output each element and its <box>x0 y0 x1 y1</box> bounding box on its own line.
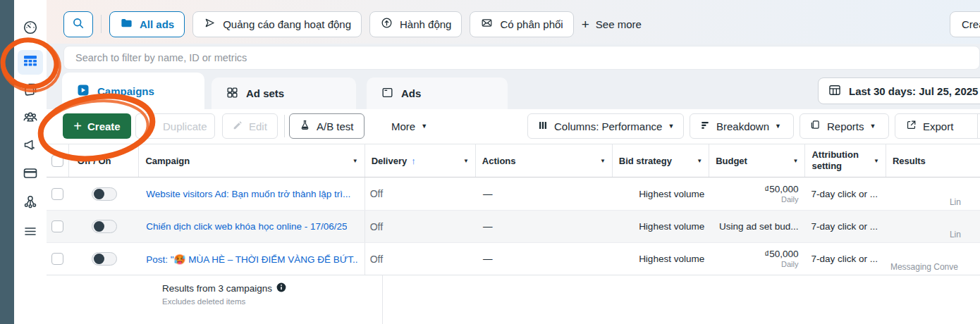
sort-caret-icon[interactable]: ▼ <box>793 158 799 164</box>
col-campaign[interactable]: Campaign ▼ <box>139 144 365 177</box>
col-label: Actions <box>482 156 516 166</box>
toolbar-divider <box>101 15 102 33</box>
results-summary: Results from 3 campaigns <box>162 282 286 294</box>
campaign-link[interactable]: Post: "🥵 MÙA HÈ – THỜI ĐIỂM VÀNG ĐỂ BỨT.… <box>146 254 357 265</box>
sidebar-item-advertise[interactable] <box>21 137 39 156</box>
col-off-on: Off / On <box>69 144 140 177</box>
campaign-cell: Post: "🥵 MÙA HÈ – THỜI ĐIỂM VÀNG ĐỂ BỨT.… <box>139 243 365 275</box>
filter-had-delivery[interactable]: Có phân phối <box>470 11 573 37</box>
menu-hamburger-icon <box>22 223 39 242</box>
filter-label: All ads <box>140 18 174 30</box>
chevron-down-icon: ▼ <box>775 123 781 130</box>
envelope-icon <box>480 16 494 32</box>
calendar-grid-icon <box>828 83 842 99</box>
row-checkbox[interactable] <box>51 253 63 265</box>
duplicate-button[interactable]: Duplicate <box>135 113 215 139</box>
row-checkbox[interactable] <box>51 220 63 232</box>
see-more-button[interactable]: + See more <box>582 18 642 31</box>
sidebar-item-assets[interactable] <box>21 194 39 212</box>
edit-button[interactable]: Edit <box>222 113 278 139</box>
more-button[interactable]: More ▼ <box>382 113 426 139</box>
col-actions[interactable]: Actions ▼ <box>476 144 613 177</box>
sort-caret-icon[interactable]: ▼ <box>463 158 469 164</box>
bid-strategy-cell: Highest volume <box>613 177 709 210</box>
col-budget[interactable]: Budget ▼ <box>709 144 805 177</box>
tab-ads[interactable]: Ads <box>367 77 508 109</box>
campaign-link[interactable]: Website visitors Ad: Bạn muốn trở thành … <box>146 189 350 199</box>
campaign-toggle-off[interactable] <box>92 220 117 233</box>
delivery-cell: Off <box>365 177 476 210</box>
create-button[interactable]: + Create <box>63 113 131 139</box>
select-all-checkbox[interactable] <box>51 155 63 167</box>
export-icon <box>905 119 917 133</box>
sidebar-item-billing[interactable] <box>21 166 39 184</box>
col-delivery[interactable]: Delivery↑ ▼ <box>365 144 476 177</box>
sidebar-item-overview[interactable] <box>21 19 39 37</box>
export-main[interactable]: Export <box>895 114 963 138</box>
columns-button[interactable]: Columns: Performance ▼ <box>527 113 684 139</box>
breakdown-label: Breakdown <box>716 120 769 132</box>
campaign-flag-icon <box>76 83 90 99</box>
results-cell: Lin <box>886 211 980 242</box>
toggle-knob <box>94 254 104 264</box>
col-label: Campaign <box>145 156 190 166</box>
sidebar-item-campaigns[interactable] <box>21 53 39 71</box>
budget-cell: ₫50,000 Daily <box>709 177 805 210</box>
pencil-icon <box>232 120 243 133</box>
megaphone-icon <box>22 137 39 156</box>
ab-test-button[interactable]: A/B test <box>289 113 365 139</box>
reports-button[interactable]: Reports ▼ <box>800 113 889 139</box>
col-label: Attribution setting <box>811 149 862 173</box>
date-range-picker[interactable]: Last 30 days: Jul 25, 2025 – A <box>818 77 980 104</box>
columns-label: Columns: Performance <box>554 120 662 132</box>
bid-strategy-cell: Highest volume <box>613 243 709 275</box>
chevron-down-icon: ▼ <box>668 123 674 130</box>
ab-test-label: A/B test <box>317 120 354 132</box>
sort-caret-icon[interactable]: ▼ <box>353 158 358 164</box>
plus-icon: + <box>73 119 82 133</box>
tab-campaigns[interactable]: Campaigns <box>62 73 204 109</box>
export-split-button[interactable]: Export ▼ <box>895 113 980 139</box>
sidebar-item-creative[interactable] <box>21 82 39 100</box>
search-input[interactable]: Search to filter by name, ID or metrics <box>63 46 980 70</box>
search-button[interactable] <box>63 11 93 37</box>
sort-caret-icon[interactable]: ▼ <box>600 158 606 164</box>
col-bid-strategy[interactable]: Bid strategy ▼ <box>613 144 709 177</box>
actions-cell: — <box>476 177 613 210</box>
sidebar-item-more[interactable] <box>21 223 39 242</box>
col-results[interactable]: Results <box>886 144 980 177</box>
filter-active-ads[interactable]: Quảng cáo đang hoạt động <box>192 11 362 37</box>
row-checkbox[interactable] <box>51 188 63 200</box>
pages-stack-icon <box>22 81 39 101</box>
row-toggle-cell <box>69 211 139 242</box>
sidebar-item-audiences[interactable] <box>21 109 39 127</box>
tab-label: Campaigns <box>97 85 154 97</box>
breakdown-button[interactable]: Breakdown ▼ <box>690 113 794 139</box>
campaign-cell: Chiến dịch click web khóa học online - 1… <box>139 211 365 242</box>
table-body: Website visitors Ad: Bạn muốn trở thành … <box>47 177 980 275</box>
sort-caret-icon[interactable]: ▼ <box>697 158 702 164</box>
create-top-right-button[interactable]: Create <box>950 11 980 37</box>
campaign-link[interactable]: Chiến dịch click web khóa học online - 1… <box>146 221 347 232</box>
campaign-toggle-off[interactable] <box>92 252 117 266</box>
filter-label: Có phân phối <box>500 18 563 30</box>
result-type-label: Messaging Conve <box>890 262 958 272</box>
row-select-cell <box>47 243 69 275</box>
col-label-group: Delivery↑ <box>372 156 416 166</box>
toggle-knob <box>94 189 104 199</box>
sort-caret-icon[interactable]: ▼ <box>874 158 879 164</box>
filter-actions[interactable]: Hành động <box>369 11 462 37</box>
tab-ad-sets[interactable]: Ad sets <box>212 77 356 109</box>
arrow-up-circle-icon <box>380 16 393 32</box>
flask-icon <box>299 119 311 133</box>
info-icon[interactable] <box>276 282 286 294</box>
audiences-people-icon <box>22 108 39 128</box>
assets-network-icon <box>22 193 39 213</box>
create-label: Create <box>87 120 121 132</box>
col-attribution[interactable]: Attribution setting ▼ <box>805 144 886 177</box>
search-row: Search to filter by name, ID or metrics <box>47 44 980 73</box>
send-arrow-icon <box>203 16 216 32</box>
filter-all-ads[interactable]: All ads <box>109 11 185 37</box>
result-type-label: Lin <box>950 230 961 239</box>
campaign-toggle-off[interactable] <box>92 187 117 201</box>
